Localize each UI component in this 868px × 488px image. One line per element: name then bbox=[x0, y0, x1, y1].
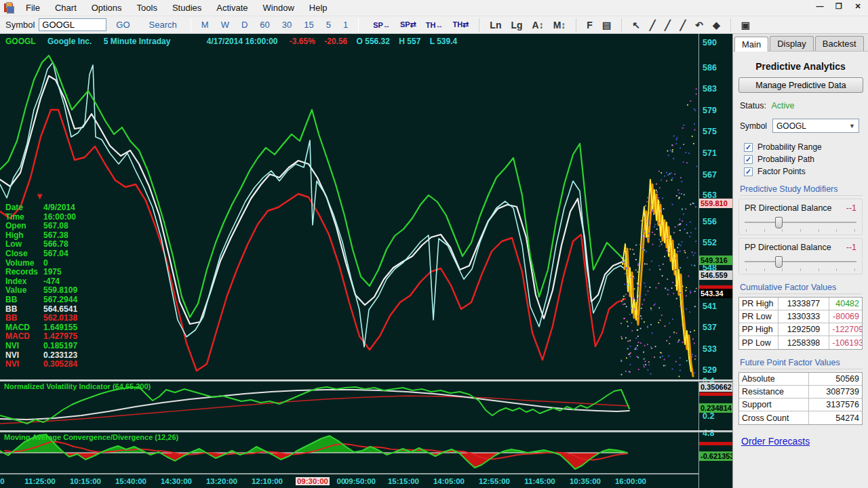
span-compress-icon[interactable]: SP⇄ bbox=[395, 19, 421, 30]
thickness-compress-icon[interactable]: TH⇄ bbox=[448, 19, 473, 30]
checkbox-probability-path[interactable]: ✓ bbox=[744, 155, 753, 164]
data-panel-row: MACD1.649155 bbox=[5, 323, 77, 333]
slider-ticks bbox=[743, 229, 858, 232]
future-value: 3137576 bbox=[809, 400, 862, 409]
restore-button[interactable]: ❒ bbox=[831, 1, 846, 12]
order-forecasts-link[interactable]: Order Forecasts bbox=[741, 436, 810, 447]
future-header: Future Point Factor Values bbox=[740, 358, 863, 369]
search-button[interactable]: Search bbox=[149, 20, 177, 30]
price-chart bbox=[0, 34, 698, 380]
data-panel-label: BB bbox=[5, 296, 43, 305]
timeframe-d[interactable]: D bbox=[235, 18, 254, 31]
menu-window[interactable]: Window bbox=[256, 1, 302, 14]
checkbox-label: Probability Path bbox=[757, 155, 814, 164]
menu-tools[interactable]: Tools bbox=[130, 1, 165, 14]
slider-tick bbox=[836, 268, 837, 271]
menu-bar: FileChartOptionsToolsStudiesActivateWind… bbox=[0, 0, 868, 16]
timeframe-15[interactable]: 15 bbox=[298, 18, 319, 31]
tab-main[interactable]: Main bbox=[734, 37, 768, 52]
menu-chart[interactable]: Chart bbox=[47, 1, 84, 14]
panel-tabs: MainDisplayBacktest bbox=[733, 34, 868, 52]
go-button[interactable]: GO bbox=[116, 20, 130, 30]
axis-label bbox=[699, 442, 732, 445]
data-panel-value: 1.427975 bbox=[43, 332, 77, 342]
menu-activate[interactable]: Activate bbox=[209, 1, 255, 14]
thickness-expand-icon[interactable]: TH↔ bbox=[421, 20, 448, 30]
time-label: 35:00 bbox=[0, 477, 5, 485]
timeframe-w[interactable]: W bbox=[215, 18, 235, 31]
edit-chart-icon[interactable]: ▣ bbox=[736, 18, 755, 32]
close-button[interactable]: ✕ bbox=[850, 1, 865, 12]
slider-thumb[interactable] bbox=[775, 256, 783, 268]
toolbar-icon-group: ↖╱╱╱↶◆ bbox=[621, 18, 730, 32]
manage-predictive-data-button[interactable]: Manage Predictive Data bbox=[738, 77, 863, 93]
factor-name: PR Low bbox=[739, 310, 778, 323]
cursor-marker-icon: ▼ bbox=[35, 191, 44, 201]
toolbar-icon-group: F▤ bbox=[576, 18, 621, 32]
data-panel-value: 1975 bbox=[43, 268, 62, 277]
menu-studies[interactable]: Studies bbox=[165, 1, 209, 14]
data-panel-row: NVI0.233123 bbox=[5, 351, 77, 361]
axis-label: 529 bbox=[699, 365, 732, 375]
pane-divider bbox=[0, 430, 732, 432]
page-icon[interactable]: ▤ bbox=[597, 18, 616, 32]
manual-scale-icon[interactable]: M↕ bbox=[549, 18, 571, 32]
axis-label: 541 bbox=[699, 302, 732, 311]
time-label: 14:30:00 bbox=[161, 477, 192, 485]
segment-line-icon[interactable]: ╱ bbox=[675, 18, 690, 32]
slider-track[interactable] bbox=[743, 255, 858, 268]
timeframe-5[interactable]: 5 bbox=[320, 18, 337, 31]
checkbox-probability-range[interactable]: ✓ bbox=[744, 143, 753, 152]
slider-tick bbox=[854, 229, 855, 232]
tab-display[interactable]: Display bbox=[770, 36, 814, 51]
macd-title: Moving Average Convergence/Divergence (1… bbox=[4, 433, 178, 441]
auto-scale-icon[interactable]: A↕ bbox=[528, 18, 549, 32]
slider-value: --1 bbox=[846, 243, 856, 252]
table-row: PR Low1330333-80069 bbox=[739, 310, 862, 323]
axis-label: 546.559 bbox=[699, 270, 732, 280]
nvi-title: Normalized Volatility Indicator (64,65,2… bbox=[4, 382, 151, 390]
data-panel-label: Close bbox=[5, 249, 43, 259]
symbol-input[interactable] bbox=[39, 18, 106, 31]
price-axis: 590586583579575571567563559.810556552548… bbox=[698, 34, 732, 488]
menu-options[interactable]: Options bbox=[84, 1, 130, 14]
timeframe-m[interactable]: M bbox=[195, 18, 215, 31]
font-icon[interactable]: F bbox=[582, 18, 597, 32]
data-panel-label: NVI bbox=[5, 351, 43, 361]
linear-scale-icon[interactable]: Ln bbox=[485, 18, 506, 32]
minimize-button[interactable]: — bbox=[812, 1, 827, 12]
slider-tick bbox=[818, 268, 819, 271]
timeframe-30[interactable]: 30 bbox=[276, 18, 298, 31]
trendline-icon[interactable]: ╱ bbox=[645, 18, 660, 32]
axis-label: -0.621353 bbox=[699, 451, 732, 461]
ohlc-data-panel: Date4/9/2014Time16:00:00Open567.08High56… bbox=[5, 203, 77, 369]
slider-label: PR Directional Balance bbox=[745, 203, 832, 213]
data-panel-value: 0.185197 bbox=[43, 342, 77, 351]
time-label: 16:00:00 bbox=[615, 477, 646, 485]
checkbox-factor-points[interactable]: ✓ bbox=[744, 167, 753, 176]
data-panel-label: MACD bbox=[5, 332, 43, 342]
tab-backtest[interactable]: Backtest bbox=[815, 36, 864, 51]
span-expand-icon[interactable]: SP↔ bbox=[368, 20, 395, 30]
timeframe-60[interactable]: 60 bbox=[254, 18, 275, 31]
symbol-dropdown[interactable]: GOOGL ▼ bbox=[772, 119, 859, 133]
time-label: 15:40:00 bbox=[115, 477, 146, 485]
ray-line-icon[interactable]: ╱ bbox=[660, 18, 675, 32]
time-label: 12:10:00 bbox=[252, 477, 283, 485]
slider-thumb[interactable] bbox=[775, 217, 783, 228]
data-panel-value: 567.38 bbox=[43, 231, 68, 241]
menu-help[interactable]: Help bbox=[302, 1, 335, 14]
pointer-icon[interactable]: ↖ bbox=[627, 18, 645, 32]
data-panel-row: Open567.08 bbox=[5, 222, 77, 231]
slider-tick bbox=[764, 268, 765, 271]
timeframe-1[interactable]: 1 bbox=[337, 18, 354, 31]
log-scale-icon[interactable]: Lg bbox=[506, 18, 527, 32]
hook-icon[interactable]: ↶ bbox=[690, 18, 708, 32]
eraser-icon[interactable]: ◆ bbox=[708, 18, 725, 32]
slider-tick bbox=[746, 229, 747, 232]
slider-group: PR Directional Balance--1 bbox=[738, 199, 863, 235]
slider-track[interactable] bbox=[743, 216, 858, 229]
status-label: Status: bbox=[740, 101, 766, 110]
slider-tick bbox=[764, 229, 765, 232]
menu-file[interactable]: File bbox=[18, 1, 47, 14]
